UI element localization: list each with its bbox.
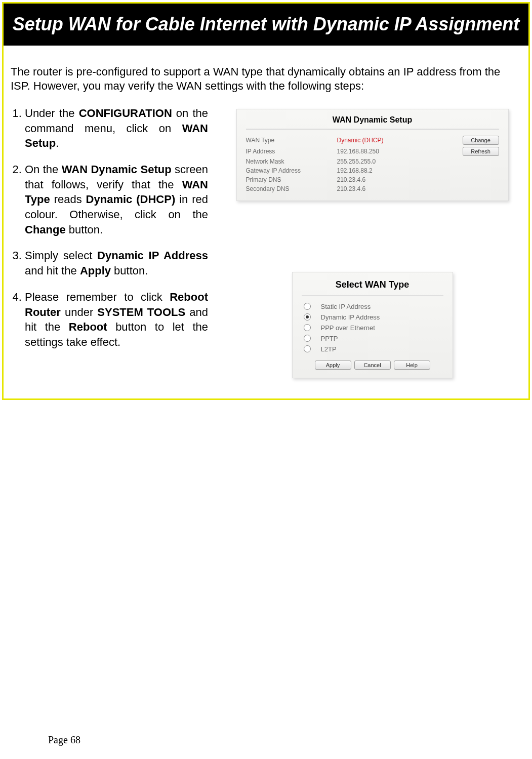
cancel-button[interactable]: Cancel	[354, 361, 391, 370]
refresh-button[interactable]: Refresh	[463, 147, 499, 156]
radio-l2tp[interactable]: L2TP	[302, 344, 443, 354]
radio-label: Static IP Address	[321, 303, 371, 310]
steps-list: Under the CONFIGURATION on the command m…	[11, 106, 208, 378]
wan-dynamic-setup-screenshot: WAN Dynamic Setup WAN Type Dynamic (DHCP…	[236, 109, 509, 201]
apply-button[interactable]: Apply	[315, 361, 351, 370]
step-1: Under the CONFIGURATION on the command m…	[25, 106, 208, 151]
radio-pptp[interactable]: PPTP	[302, 333, 443, 344]
radio-label: L2TP	[321, 345, 337, 353]
step-3: Simply select Dynamic IP Address and hit…	[25, 248, 208, 278]
primary-dns-value: 210.23.4.6	[337, 176, 418, 183]
radio-label: Dynamic IP Address	[321, 313, 380, 321]
help-button[interactable]: Help	[394, 361, 430, 370]
radio-label: PPP over Ethernet	[321, 324, 375, 332]
wan-type-value: Dynamic (DHCP)	[337, 137, 418, 144]
radio-icon	[304, 345, 311, 352]
gateway-label: Gateway IP Address	[246, 167, 337, 174]
network-mask-value: 255.255.255.0	[337, 158, 418, 165]
shot2-title: Select WAN Type	[302, 279, 443, 290]
primary-dns-label: Primary DNS	[246, 176, 337, 183]
step-2: On the WAN Dynamic Setup screen that fol…	[25, 162, 208, 237]
radio-ppp[interactable]: PPP over Ethernet	[302, 323, 443, 333]
page-number: Page 68	[48, 734, 80, 746]
radio-label: PPTP	[321, 335, 338, 342]
network-mask-label: Network Mask	[246, 158, 337, 165]
radio-dynamic-ip[interactable]: Dynamic IP Address	[302, 312, 443, 323]
shot1-title: WAN Dynamic Setup	[246, 115, 499, 125]
secondary-dns-value: 210.23.4.6	[337, 185, 418, 192]
intro-text: The router is pre-configured to support …	[11, 65, 521, 94]
select-wan-type-screenshot: Select WAN Type Static IP Address Dynami…	[292, 272, 453, 378]
ip-address-label: IP Address	[246, 148, 337, 155]
radio-icon	[304, 313, 311, 321]
step-4: Please remember to click Reboot Router u…	[25, 290, 208, 350]
radio-icon	[304, 303, 311, 310]
radio-static-ip[interactable]: Static IP Address	[302, 301, 443, 312]
radio-icon	[304, 335, 311, 342]
wan-type-label: WAN Type	[246, 137, 337, 144]
radio-icon	[304, 324, 311, 331]
page-title: Setup WAN for Cable Internet with Dynami…	[4, 4, 528, 46]
change-button[interactable]: Change	[463, 136, 499, 145]
secondary-dns-label: Secondary DNS	[246, 185, 337, 192]
gateway-value: 192.168.88.2	[337, 167, 418, 174]
ip-address-value: 192.168.88.250	[337, 148, 418, 155]
